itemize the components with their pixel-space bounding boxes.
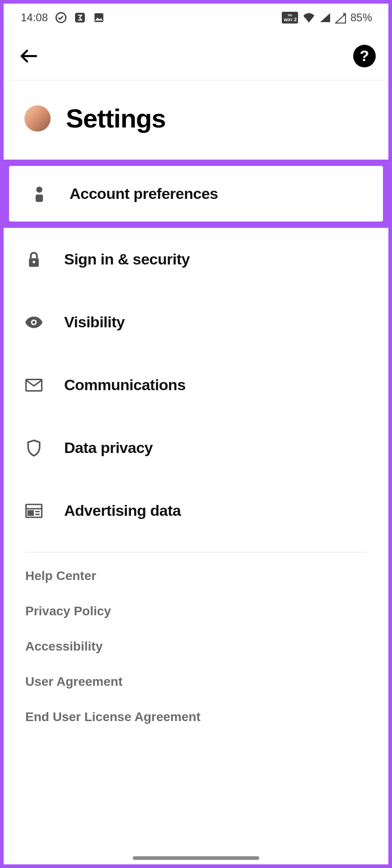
eye-icon — [25, 314, 42, 331]
page-title: Settings — [66, 103, 166, 133]
status-photo-icon — [93, 12, 105, 24]
svg-point-9 — [36, 186, 42, 193]
highlight-box: Account preferences — [4, 160, 388, 228]
settings-item-label: Data privacy — [64, 439, 153, 457]
status-signal-1-icon — [320, 13, 331, 23]
person-icon — [31, 185, 48, 203]
avatar[interactable] — [24, 105, 51, 132]
help-button[interactable]: ? — [353, 45, 376, 67]
status-wifi-icon — [303, 13, 315, 23]
help-icon: ? — [360, 47, 369, 65]
divider — [25, 552, 367, 552]
settings-item-advertising-data[interactable]: Advertising data — [4, 479, 388, 542]
svg-point-7 — [304, 17, 305, 18]
shield-icon — [25, 439, 42, 457]
settings-item-visibility[interactable]: Visibility — [4, 291, 388, 354]
svg-text:WiFi: WiFi — [284, 18, 292, 22]
settings-item-data-privacy[interactable]: Data privacy — [4, 416, 388, 479]
mail-icon — [25, 377, 42, 394]
footer-link-help-center[interactable]: Help Center — [25, 569, 367, 583]
footer-link-privacy-policy[interactable]: Privacy Policy — [25, 604, 367, 618]
settings-item-label: Communications — [64, 376, 186, 394]
status-check-icon — [55, 12, 67, 24]
svg-point-12 — [33, 260, 35, 263]
status-sigma-icon — [74, 12, 86, 24]
svg-rect-18 — [28, 511, 33, 515]
status-battery: 85% — [350, 11, 372, 24]
svg-rect-2 — [94, 13, 103, 22]
header: Settings — [4, 80, 388, 160]
settings-item-label: Sign in & security — [64, 250, 190, 268]
status-time: 14:08 — [21, 11, 48, 24]
lock-icon — [25, 251, 42, 268]
settings-item-label: Advertising data — [64, 502, 181, 519]
app-bar: ? — [4, 32, 388, 80]
footer-link-eula[interactable]: End User License Agreement — [25, 710, 367, 724]
footer-link-user-agreement[interactable]: User Agreement — [25, 675, 367, 689]
svg-text:Vo: Vo — [288, 13, 292, 17]
svg-rect-10 — [36, 194, 43, 202]
settings-item-sign-in-security[interactable]: Sign in & security — [4, 228, 388, 291]
footer-link-accessibility[interactable]: Accessibility — [25, 639, 367, 654]
status-bar: 14:08 VoWiFi2 x 85% — [4, 4, 388, 32]
svg-point-14 — [33, 321, 35, 323]
newspaper-icon — [25, 502, 42, 519]
settings-item-account-preferences[interactable]: Account preferences — [9, 166, 383, 222]
svg-text:2: 2 — [294, 17, 297, 22]
settings-item-label: Visibility — [64, 313, 125, 331]
status-vowifi-icon: VoWiFi2 — [282, 12, 298, 24]
status-signal-2-icon: x — [335, 12, 346, 24]
footer-links: Help Center Privacy Policy Accessibility… — [4, 569, 388, 742]
home-indicator[interactable] — [133, 856, 259, 860]
back-button[interactable] — [16, 43, 42, 69]
settings-item-communications[interactable]: Communications — [4, 354, 388, 416]
settings-item-label: Account preferences — [70, 185, 218, 203]
